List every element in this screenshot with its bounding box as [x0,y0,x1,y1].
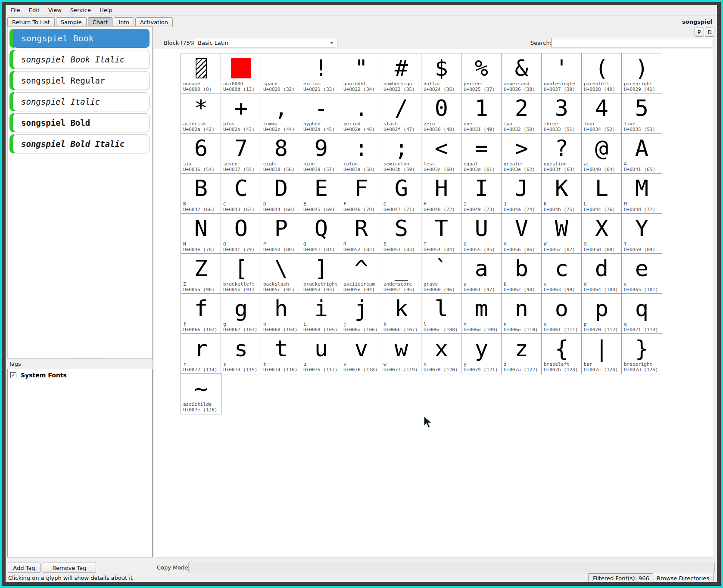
copy-mode-input[interactable] [188,562,715,573]
glyph-cell[interactable]: mmU+006d (109) [461,294,502,334]
glyph-cell[interactable]: 2twoU+0032 (50) [502,93,542,134]
glyph-cell[interactable]: TTU+0054 (84) [421,214,461,254]
glyph-cell[interactable]: wwU+0077 (119) [381,334,421,374]
glyph-cell[interactable]: spaceU+0020 (32) [261,53,301,93]
font-list-item[interactable]: songspiel Book Italic [9,50,150,69]
glyph-cell[interactable]: ddU+0064 (100) [582,254,622,294]
glyph-cell[interactable]: :colonU+003a (58) [341,134,381,174]
glyph-cell[interactable]: [bracketleftU+005b (91) [221,254,261,294]
glyph-cell[interactable]: VVU+0056 (86) [502,214,542,254]
glyph-cell[interactable]: uuU+0075 (117) [301,334,341,374]
glyph-cell[interactable]: ZZU+005a (90) [181,254,221,294]
menu-item-view[interactable]: View [48,7,62,13]
glyph-cell[interactable]: ?questionU+003f (63) [542,134,582,174]
font-list-item[interactable]: songspiel Regular [9,71,150,90]
browse-directories-button[interactable]: Browse Directories [652,573,714,582]
glyph-cell[interactable]: 'quotesingleU+0027 (39) [542,53,582,93]
glyph-cell[interactable]: >greaterU+003e (62) [502,134,542,174]
menu-item-help[interactable]: Help [100,7,112,13]
glyph-cell[interactable]: xxU+0078 (120) [421,334,461,374]
glyph-cell[interactable]: 8eightU+0038 (56) [261,134,301,174]
glyph-cell[interactable]: rrU+0072 (114) [181,334,221,374]
glyph-cell[interactable]: <lessU+003c (60) [421,134,461,174]
glyph-cell[interactable]: ggU+0067 (103) [221,294,261,334]
glyph-cell[interactable]: QQU+0051 (81) [301,214,341,254]
glyph-cell[interactable]: jjU+006a (106) [341,294,381,334]
toolbar-button-activation[interactable]: Activation [135,17,173,27]
glyph-cell[interactable]: BBU+0042 (66) [181,174,221,214]
glyph-cell[interactable]: 3threeU+0033 (51) [542,93,582,134]
font-list-item[interactable]: songspiel Bold [9,113,150,132]
glyph-cell[interactable]: ssU+0073 (115) [221,334,261,374]
glyph-cell[interactable]: JJU+004a (74) [502,174,542,214]
glyph-cell[interactable]: YYU+0059 (89) [622,214,662,254]
glyph-cell[interactable]: !exclamU+0021 (33) [301,53,341,93]
glyph-cell[interactable]: KKU+004b (75) [542,174,582,214]
glyph-cell[interactable]: .periodU+002e (46) [341,93,381,134]
glyph-cell[interactable]: kkU+006b (107) [381,294,421,334]
glyph-cell[interactable]: `graveU+0060 (96) [421,254,461,294]
glyph-cell[interactable]: $dollarU+0024 (36) [421,53,461,93]
search-input[interactable] [551,38,712,47]
menu-item-edit[interactable]: Edit [29,7,40,13]
glyph-cell[interactable]: uni000DU+000d (13) [221,53,261,93]
glyph-cell[interactable]: 9nineU+0039 (57) [301,134,341,174]
glyph-cell[interactable]: qqU+0071 (113) [622,294,662,334]
glyph-cell[interactable]: FFU+0046 (70) [341,174,381,214]
resize-grip-icon[interactable] [710,575,716,581]
menu-item-service[interactable]: Service [70,7,91,13]
glyph-cell[interactable]: )parenrightU+0029 (41) [622,53,662,93]
glyph-cell[interactable]: ppU+0070 (112) [582,294,622,334]
glyph-cell[interactable]: &ampersandU+0026 (38) [502,53,542,93]
horizontal-splitter-handle[interactable] [78,357,100,360]
glyph-cell[interactable]: iiU+0069 (105) [301,294,341,334]
font-list-item[interactable]: songspiel Bold Italic [9,134,150,153]
toolbar-button-sample[interactable]: Sample [56,17,87,27]
glyph-cell[interactable]: HHU+0048 (72) [421,174,461,214]
tag-checkbox[interactable]: ✓ [10,372,16,378]
remove-tag-button[interactable]: Remove Tag [43,563,96,573]
tags-list[interactable]: ✓System Fonts [7,369,153,557]
glyph-cell[interactable]: ~asciitildeU+007e (126) [181,374,221,414]
glyph-cell[interactable]: "quotedblU+0022 (34) [341,53,381,93]
glyph-cell[interactable]: ooU+006f (111) [542,294,582,334]
glyph-cell[interactable]: LLU+004c (76) [582,174,622,214]
glyph-cell[interactable]: yyU+0079 (121) [461,334,502,374]
glyph-cell[interactable]: RRU+0052 (82) [341,214,381,254]
glyph-cell[interactable]: 7sevenU+0037 (55) [221,134,261,174]
glyph-cell[interactable]: aaU+0061 (97) [461,254,502,294]
glyph-cell[interactable]: CCU+0043 (67) [221,174,261,214]
glyph-cell[interactable]: nnU+006e (110) [502,294,542,334]
glyph-cell[interactable]: (parenleftU+0028 (40) [582,53,622,93]
glyph-cell[interactable]: WWU+0057 (87) [542,214,582,254]
glyph-cell[interactable]: OOU+004f (79) [221,214,261,254]
glyph-cell[interactable]: 4fourU+0034 (52) [582,93,622,134]
glyph-cell[interactable]: SSU+0053 (83) [381,214,421,254]
glyph-cell[interactable]: vvU+0076 (118) [341,334,381,374]
glyph-cell[interactable]: bbU+0062 (98) [502,254,542,294]
glyph-cell[interactable]: ttU+0074 (116) [261,334,301,374]
glyph-cell[interactable]: @atU+0040 (64) [582,134,622,174]
font-list-item[interactable]: songspiel Book [9,29,150,48]
glyph-cell[interactable]: ffU+0066 (102) [181,294,221,334]
glyph-cell[interactable]: #numbersignU+0023 (35) [381,53,421,93]
toolbar-button-chart[interactable]: Chart [88,17,113,27]
font-list-item[interactable]: songspiel Italic [9,92,150,111]
toolbar-button-return-to-list[interactable]: Return To List [7,17,55,27]
glyph-cell[interactable]: DDU+0044 (68) [261,174,301,214]
glyph-cell[interactable]: %percentU+0025 (37) [461,53,502,93]
glyph-cell[interactable]: |barU+007c (124) [582,334,622,374]
toolbar-button-info[interactable]: Info [114,17,134,27]
glyph-cell[interactable]: EEU+0045 (69) [301,174,341,214]
glyph-cell[interactable]: ]bracketrightU+005d (93) [301,254,341,294]
glyph-cell[interactable]: GGU+0047 (71) [381,174,421,214]
d-button[interactable]: D [705,28,714,37]
vertical-splitter[interactable] [153,26,153,557]
glyph-cell[interactable]: 0zeroU+0030 (48) [421,93,461,134]
glyph-cell[interactable]: *asteriskU+002a (42) [181,93,221,134]
glyph-cell[interactable]: IIU+0049 (73) [461,174,502,214]
glyph-cell[interactable]: eeU+0065 (101) [622,254,662,294]
glyph-cell[interactable]: /slashU+002f (47) [381,93,421,134]
glyph-cell[interactable]: llU+006c (108) [421,294,461,334]
glyph-cell[interactable]: 1oneU+0031 (49) [461,93,502,134]
